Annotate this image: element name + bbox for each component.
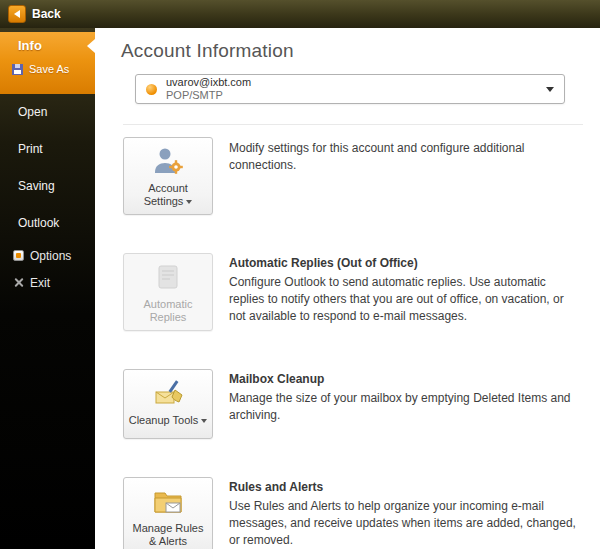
exit-cross-icon (13, 277, 24, 288)
manage-rules-alerts-button[interactable]: Manage Rules & Alerts (123, 477, 213, 549)
sidebar-item-open[interactable]: Open (0, 94, 95, 131)
sidebar-nav: Open Print Saving Outlook Options Exit (0, 94, 95, 296)
sidebar-item-options[interactable]: Options (0, 242, 95, 269)
sidebar-item-exit-label: Exit (30, 276, 50, 290)
back-button[interactable]: Back (8, 5, 61, 23)
outlook-backstage-view: Back Info Save As Open Print Saving Outl… (0, 0, 600, 549)
info-sections: Account Settings Modify settings for thi… (121, 137, 600, 549)
automatic-replies-heading: Automatic Replies (Out of Office) (229, 256, 579, 270)
account-dropdown-arrow-icon[interactable] (546, 87, 554, 92)
sidebar-item-print[interactable]: Print (0, 131, 95, 168)
sidebar-item-options-label: Options (30, 249, 71, 263)
section-rules-and-alerts: Manage Rules & Alerts Rules and Alerts U… (121, 477, 600, 549)
back-arrow-icon (8, 5, 26, 23)
account-settings-text: Modify settings for this account and con… (229, 137, 579, 174)
manage-rules-alerts-button-label: Manage Rules & Alerts (128, 522, 208, 548)
backstage-sidebar: Info Save As Open Print Saving Outlook O… (0, 28, 95, 549)
section-mailbox-cleanup: Cleanup Tools Mailbox Cleanup Manage the… (121, 369, 600, 439)
account-selector-dropdown[interactable]: uvarov@ixbt.com POP/SMTP (135, 74, 565, 104)
page-title: Account Information (121, 40, 600, 62)
automatic-replies-description: Configure Outlook to send automatic repl… (229, 274, 579, 324)
rules-alerts-text: Rules and Alerts Use Rules and Alerts to… (229, 477, 579, 548)
mailbox-cleanup-description: Manage the size of your mailbox by empty… (229, 390, 579, 424)
back-label: Back (32, 7, 61, 21)
cleanup-tools-button-label: Cleanup Tools (129, 414, 208, 427)
sidebar-item-save-as[interactable]: Save As (0, 56, 95, 75)
account-information-panel: Account Information uvarov@ixbt.com POP/… (95, 28, 600, 549)
sidebar-item-outlook[interactable]: Outlook (0, 205, 95, 242)
rules-alerts-description: Use Rules and Alerts to help organize yo… (229, 498, 579, 548)
automatic-replies-text: Automatic Replies (Out of Office) Config… (229, 253, 579, 324)
automatic-replies-button[interactable]: Automatic Replies (123, 253, 213, 331)
section-account-settings: Account Settings Modify settings for thi… (121, 137, 600, 215)
dropdown-caret-icon (186, 200, 192, 204)
cleanup-tools-button[interactable]: Cleanup Tools (123, 369, 213, 439)
mailbox-cleanup-text: Mailbox Cleanup Manage the size of your … (229, 369, 579, 424)
rules-alerts-icon (152, 485, 184, 517)
account-settings-button[interactable]: Account Settings (123, 137, 213, 215)
sidebar-item-info[interactable]: Info (0, 32, 95, 56)
automatic-replies-icon (152, 261, 184, 293)
active-tab-notch (87, 39, 95, 53)
account-summary: uvarov@ixbt.com POP/SMTP (166, 76, 251, 102)
sidebar-item-save-as-label: Save As (29, 63, 69, 75)
cleanup-tools-icon (152, 377, 184, 409)
account-email: uvarov@ixbt.com (166, 76, 251, 89)
floppy-disk-icon (12, 64, 23, 75)
account-settings-button-label: Account Settings (128, 182, 208, 208)
rules-alerts-heading: Rules and Alerts (229, 480, 579, 494)
mailbox-cleanup-heading: Mailbox Cleanup (229, 372, 579, 386)
automatic-replies-button-label: Automatic Replies (128, 298, 208, 324)
dropdown-caret-icon (201, 419, 207, 423)
account-dot-icon (146, 84, 157, 95)
account-settings-description: Modify settings for this account and con… (229, 140, 579, 174)
sidebar-active-group: Info Save As (0, 32, 95, 94)
top-bar: Back (0, 0, 600, 28)
sidebar-item-exit[interactable]: Exit (0, 269, 95, 296)
section-divider (123, 124, 583, 125)
sidebar-item-info-label: Info (18, 38, 42, 53)
account-protocol: POP/SMTP (166, 89, 251, 102)
account-settings-icon (152, 145, 184, 177)
sidebar-item-saving[interactable]: Saving (0, 168, 95, 205)
options-gear-icon (13, 250, 24, 261)
section-automatic-replies: Automatic Replies Automatic Replies (Out… (121, 253, 600, 331)
